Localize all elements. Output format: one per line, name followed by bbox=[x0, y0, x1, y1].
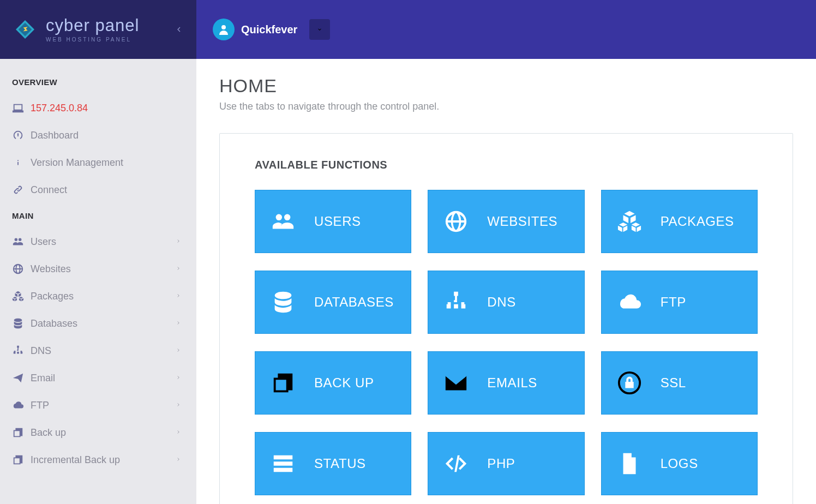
lock-circle-icon bbox=[617, 370, 661, 395]
nav-item-label: Back up bbox=[31, 427, 176, 439]
tile-label: DATABASES bbox=[314, 295, 394, 310]
nav-item-connect[interactable]: Connect bbox=[0, 176, 196, 203]
functions-grid: USERSWEBSITESPACKAGESDATABASESDNSFTPBACK… bbox=[255, 190, 758, 495]
content: HOME Use the tabs to navigate through th… bbox=[196, 59, 816, 504]
tile-packages[interactable]: PACKAGES bbox=[601, 190, 758, 253]
nav-item-databases[interactable]: Databases bbox=[0, 310, 196, 337]
nav-item-label: Dashboard bbox=[31, 130, 184, 141]
nav-item-157-245-0-84[interactable]: 157.245.0.84 bbox=[0, 94, 196, 122]
tile-users[interactable]: USERS bbox=[255, 190, 411, 253]
nav-item-incremental-back-up[interactable]: Incremental Back up bbox=[0, 446, 196, 473]
main: Quickfever HOME Use the tabs to navigate… bbox=[196, 0, 816, 504]
nav-header: OVERVIEW bbox=[0, 70, 196, 94]
avatar-icon bbox=[213, 19, 235, 40]
tile-ftp[interactable]: FTP bbox=[601, 271, 758, 334]
globe-icon bbox=[12, 263, 31, 275]
database-icon bbox=[12, 317, 31, 329]
tile-label: STATUS bbox=[314, 456, 366, 471]
brand-title: cyber panel bbox=[46, 17, 139, 34]
chevron-right-icon bbox=[176, 373, 184, 384]
envelope-icon bbox=[443, 370, 487, 395]
copy-icon bbox=[271, 370, 314, 395]
tile-label: USERS bbox=[314, 214, 361, 229]
nav-item-version-management[interactable]: Version Management bbox=[0, 149, 196, 176]
nav-item-packages[interactable]: Packages bbox=[0, 283, 196, 310]
tile-label: DNS bbox=[487, 295, 515, 310]
tile-websites[interactable]: WEBSITES bbox=[428, 190, 584, 253]
cloud-upload-icon bbox=[12, 399, 31, 411]
sidebar-collapse-button[interactable] bbox=[171, 22, 187, 37]
tile-logs[interactable]: LOGS bbox=[601, 432, 758, 495]
topbar: Quickfever bbox=[196, 0, 816, 59]
file-icon bbox=[617, 451, 661, 476]
users-icon bbox=[12, 236, 31, 248]
tile-label: PHP bbox=[487, 456, 515, 471]
nav-item-label: 157.245.0.84 bbox=[31, 103, 184, 114]
sidebar: cyber panel WEB HOSTING PANEL OVERVIEW15… bbox=[0, 0, 196, 504]
tile-dns[interactable]: DNS bbox=[428, 271, 584, 334]
chevron-right-icon bbox=[176, 263, 184, 275]
sitemap-icon bbox=[12, 345, 31, 357]
logo-bar: cyber panel WEB HOSTING PANEL bbox=[0, 0, 196, 59]
gauge-icon bbox=[12, 129, 31, 141]
nav-item-back-up[interactable]: Back up bbox=[0, 419, 196, 446]
tile-label: LOGS bbox=[661, 456, 698, 471]
chevron-right-icon bbox=[176, 345, 184, 357]
nav-item-label: Websites bbox=[31, 263, 176, 275]
nav-item-label: Incremental Back up bbox=[31, 454, 176, 466]
nav-item-label: DNS bbox=[31, 345, 176, 357]
panel-title: AVAILABLE FUNCTIONS bbox=[255, 159, 758, 171]
nav-item-users[interactable]: Users bbox=[0, 228, 196, 255]
send-icon bbox=[12, 372, 31, 384]
nav-item-label: Version Management bbox=[31, 157, 184, 169]
logo-text: cyber panel WEB HOSTING PANEL bbox=[46, 17, 139, 43]
sitemap-icon bbox=[443, 290, 487, 315]
tile-label: FTP bbox=[661, 295, 686, 310]
nav-item-label: Users bbox=[31, 236, 176, 248]
chevron-right-icon bbox=[176, 318, 184, 329]
code-icon bbox=[443, 451, 487, 476]
tile-label: BACK UP bbox=[314, 375, 374, 391]
info-icon bbox=[12, 157, 31, 169]
nav-item-email[interactable]: Email bbox=[0, 364, 196, 392]
users-icon bbox=[271, 209, 314, 234]
page-subtitle: Use the tabs to navigate through the con… bbox=[219, 101, 793, 112]
chevron-right-icon bbox=[176, 236, 184, 248]
database-icon bbox=[271, 290, 314, 315]
nav-item-dashboard[interactable]: Dashboard bbox=[0, 122, 196, 149]
nav-item-ftp[interactable]: FTP bbox=[0, 392, 196, 419]
nav-item-dns[interactable]: DNS bbox=[0, 337, 196, 364]
logo-icon bbox=[12, 16, 38, 43]
cubes-icon bbox=[617, 209, 661, 234]
tile-databases[interactable]: DATABASES bbox=[255, 271, 411, 334]
server-icon bbox=[271, 451, 314, 476]
tile-label: WEBSITES bbox=[487, 214, 557, 229]
username: Quickfever bbox=[241, 23, 297, 36]
tile-back-up[interactable]: BACK UP bbox=[255, 351, 411, 415]
brand-subtitle: WEB HOSTING PANEL bbox=[46, 37, 139, 43]
tile-label: PACKAGES bbox=[661, 214, 734, 229]
tile-label: EMAILS bbox=[487, 375, 537, 391]
nav-item-websites[interactable]: Websites bbox=[0, 255, 196, 283]
tile-emails[interactable]: EMAILS bbox=[428, 351, 584, 415]
copy-icon bbox=[12, 454, 31, 466]
tile-status[interactable]: STATUS bbox=[255, 432, 411, 495]
chevron-right-icon bbox=[176, 400, 184, 411]
nav-header: MAIN bbox=[0, 203, 196, 228]
chevron-right-icon bbox=[176, 427, 184, 439]
tile-ssl[interactable]: SSL bbox=[601, 351, 758, 415]
user-dropdown-button[interactable] bbox=[309, 19, 330, 40]
nav-item-label: Email bbox=[31, 373, 176, 384]
globe-icon bbox=[443, 209, 487, 234]
chevron-right-icon bbox=[176, 291, 184, 302]
tile-label: SSL bbox=[661, 375, 686, 391]
functions-panel: AVAILABLE FUNCTIONS USERSWEBSITESPACKAGE… bbox=[219, 133, 793, 504]
user-badge[interactable]: Quickfever bbox=[213, 19, 297, 40]
chevron-right-icon bbox=[176, 454, 184, 466]
tile-php[interactable]: PHP bbox=[428, 432, 584, 495]
cloud-upload-icon bbox=[617, 290, 661, 315]
link-icon bbox=[12, 184, 31, 196]
page-title: HOME bbox=[219, 75, 793, 97]
laptop-icon bbox=[12, 102, 31, 114]
copy-icon bbox=[12, 427, 31, 439]
